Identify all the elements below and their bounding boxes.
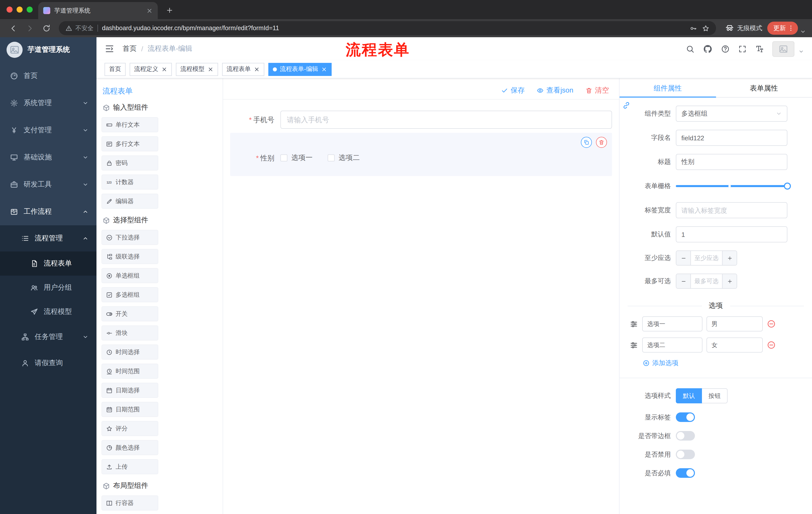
palette-component[interactable]: 滑块 <box>102 325 158 341</box>
palette-component[interactable]: 多行文本 <box>102 136 158 152</box>
forward-button[interactable] <box>26 24 34 32</box>
sidebar-item[interactable]: 任务管理 <box>0 324 96 350</box>
tag-view-item[interactable]: 流程模型 <box>176 63 218 76</box>
checkbox[interactable] <box>328 154 335 161</box>
sidebar-item[interactable]: 支付管理 <box>0 117 96 144</box>
browser-caret-icon[interactable] <box>800 29 806 35</box>
palette-component[interactable]: 颜色选择 <box>102 440 158 455</box>
tag-view-item[interactable]: 流程定义 <box>129 63 172 76</box>
save-button[interactable]: 保存 <box>501 86 525 95</box>
palette-component[interactable]: 下拉选择 <box>102 230 158 245</box>
tag-view-item[interactable]: 首页 <box>105 63 126 76</box>
breadcrumb-home[interactable]: 首页 <box>123 44 137 53</box>
copy-item-button[interactable] <box>581 137 592 148</box>
link-icon[interactable] <box>622 101 631 110</box>
palette-component[interactable]: 上传 <box>102 459 158 474</box>
app-logo[interactable]: 芋道管理系统 <box>0 37 96 62</box>
delete-item-button[interactable] <box>596 137 607 148</box>
slider-track[interactable] <box>676 185 787 187</box>
max-select-input[interactable] <box>690 274 723 288</box>
bookmark-star-icon[interactable] <box>702 24 709 32</box>
tab-component-props[interactable]: 组件属性 <box>619 78 716 97</box>
sidebar-item[interactable]: 首页 <box>0 62 96 89</box>
search-icon[interactable] <box>686 45 694 53</box>
tag-close-icon[interactable] <box>207 66 213 72</box>
form-grid-slider[interactable] <box>676 178 787 194</box>
toggle-switch[interactable] <box>676 431 695 440</box>
style-default-button[interactable]: 默认 <box>676 388 702 403</box>
window-zoom-button[interactable] <box>27 6 33 12</box>
toggle-switch[interactable] <box>676 450 695 459</box>
palette-component[interactable]: 行容器 <box>102 495 158 511</box>
tab-close-icon[interactable] <box>146 7 153 14</box>
sidebar-item[interactable]: 研发工具 <box>0 171 96 198</box>
clear-button[interactable]: 清空 <box>585 86 609 95</box>
palette-component[interactable]: 单选框组 <box>102 268 158 283</box>
address-bar[interactable]: 不安全 dashboard.yudao.iocoder.cn/bpm/manag… <box>59 21 716 35</box>
reload-button[interactable] <box>42 24 51 32</box>
phone-field[interactable]: 手机号 <box>230 111 612 129</box>
update-button[interactable]: 更新 <box>767 22 798 35</box>
gender-field[interactable]: 性别 选项一 选项二 <box>230 149 612 167</box>
option-value-input[interactable] <box>706 337 763 353</box>
security-warning-icon[interactable] <box>65 25 72 32</box>
remove-option-button[interactable] <box>767 319 776 328</box>
tag-view-item[interactable]: 流程表单-编辑 <box>268 63 331 76</box>
back-button[interactable] <box>9 24 18 32</box>
tag-close-icon[interactable] <box>161 66 167 72</box>
browser-tab[interactable]: 芋道管理系统 <box>38 2 158 19</box>
palette-component[interactable]: 时间范围 <box>102 363 158 379</box>
fullscreen-icon[interactable] <box>738 45 747 53</box>
avatar-caret-icon[interactable] <box>799 49 804 54</box>
sidebar-item[interactable]: 流程模型 <box>0 300 96 324</box>
title-input[interactable] <box>676 154 787 170</box>
tag-view-item[interactable]: 流程表单 <box>222 63 264 76</box>
sidebar-item[interactable]: 基础设施 <box>0 144 96 171</box>
palette-component[interactable]: 级联选择 <box>102 249 158 264</box>
sidebar-item[interactable]: 系统管理 <box>0 89 96 117</box>
field-name-input[interactable] <box>676 130 787 146</box>
palette-component[interactable]: 开关 <box>102 306 158 321</box>
palette-component[interactable]: 评分 <box>102 421 158 436</box>
remove-option-button[interactable] <box>767 341 776 350</box>
font-size-icon[interactable] <box>755 45 764 53</box>
sidebar-item[interactable]: 请假查询 <box>0 350 96 376</box>
toggle-switch[interactable] <box>676 468 695 478</box>
window-minimize-button[interactable] <box>17 6 23 12</box>
github-icon[interactable] <box>703 44 713 54</box>
browser-menu-icon[interactable] <box>787 25 794 32</box>
option-value-input[interactable] <box>706 316 763 331</box>
phone-input[interactable] <box>280 111 612 129</box>
palette-component[interactable]: 日期范围 <box>102 402 158 417</box>
drag-handle-icon[interactable] <box>630 341 638 349</box>
increase-button[interactable] <box>723 274 736 288</box>
password-key-icon[interactable] <box>689 24 697 32</box>
tag-close-icon[interactable] <box>254 66 260 72</box>
option-name-input[interactable] <box>642 316 702 331</box>
checkbox-option[interactable]: 选项一 <box>280 154 313 162</box>
add-option-button[interactable]: 添加选项 <box>643 359 804 368</box>
palette-component[interactable]: 123 计数器 <box>102 174 158 190</box>
help-icon[interactable] <box>721 45 730 53</box>
new-tab-button[interactable] <box>166 6 173 14</box>
default-value-input[interactable] <box>676 226 787 242</box>
palette-component[interactable]: 编辑器 <box>102 194 158 209</box>
sidebar-item[interactable]: 流程表单 <box>0 251 96 276</box>
slider-handle[interactable] <box>784 183 791 190</box>
option-name-input[interactable] <box>642 337 702 353</box>
view-json-button[interactable]: 查看json <box>537 86 573 95</box>
tag-close-icon[interactable] <box>321 66 327 72</box>
decrease-button[interactable] <box>676 274 690 288</box>
decrease-button[interactable] <box>676 251 690 265</box>
sidebar-item[interactable]: 流程管理 <box>0 225 96 251</box>
palette-component[interactable]: 密码 <box>102 155 158 170</box>
checkbox[interactable] <box>280 154 287 161</box>
avatar[interactable] <box>772 41 794 57</box>
increase-button[interactable] <box>723 251 736 265</box>
toggle-switch[interactable] <box>676 412 695 422</box>
palette-component[interactable]: 单行文本 <box>102 117 158 132</box>
tab-form-props[interactable]: 表单属性 <box>716 78 812 97</box>
style-button-button[interactable]: 按钮 <box>702 388 728 403</box>
window-close-button[interactable] <box>6 6 12 12</box>
selected-form-item[interactable]: 性别 选项一 选项二 <box>230 133 612 176</box>
